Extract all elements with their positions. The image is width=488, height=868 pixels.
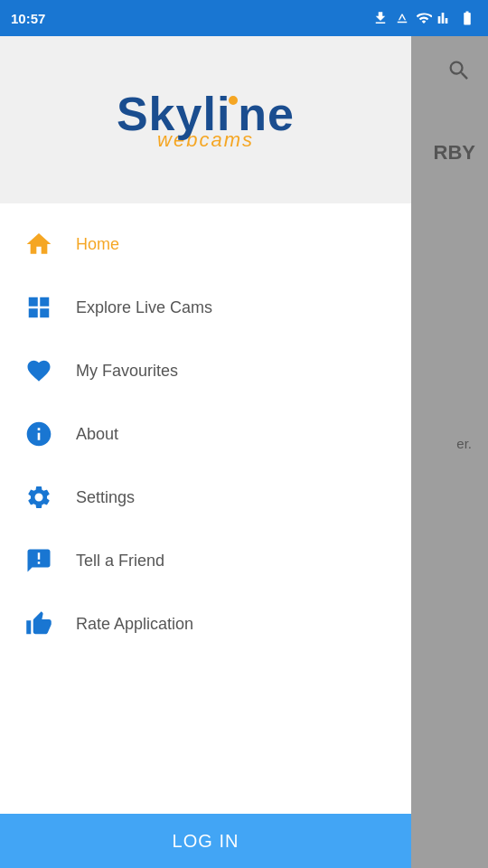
nav-list: Home Explore Live Cams My Favourites Abo… xyxy=(0,203,411,814)
status-icons xyxy=(372,10,477,26)
download-icon xyxy=(372,10,389,26)
nearby-text: RBY xyxy=(434,141,475,165)
thumbsup-icon xyxy=(22,607,56,641)
nav-label-favourites: My Favourites xyxy=(76,362,178,381)
logo-area: Skyline webcams xyxy=(0,36,411,203)
font-icon xyxy=(394,10,410,26)
signal-icon xyxy=(437,10,452,26)
navigation-drawer: Skyline webcams Home Explore Live Cams M… xyxy=(0,36,411,868)
settings-icon xyxy=(22,480,56,514)
wifi-icon xyxy=(416,10,432,26)
heart-icon xyxy=(22,354,56,388)
nav-item-tell-friend[interactable]: Tell a Friend xyxy=(0,529,411,592)
nav-label-explore: Explore Live Cams xyxy=(76,298,212,317)
nav-label-tell-friend: Tell a Friend xyxy=(76,552,164,571)
nav-item-home[interactable]: Home xyxy=(0,212,411,276)
nav-item-about[interactable]: About xyxy=(0,402,411,466)
logo: Skyline webcams xyxy=(117,90,295,150)
info-icon xyxy=(22,417,56,451)
logo-skyline-text: Skyline xyxy=(117,88,295,140)
nav-label-about: About xyxy=(76,425,118,444)
status-bar: 10:57 xyxy=(0,0,488,36)
bottom-text: er. xyxy=(456,436,475,451)
chat-icon xyxy=(22,543,56,578)
battery-icon xyxy=(457,10,477,26)
status-time: 10:57 xyxy=(11,11,45,26)
nav-label-home: Home xyxy=(76,235,119,254)
nav-item-rate[interactable]: Rate Application xyxy=(0,592,411,656)
nav-label-rate: Rate Application xyxy=(76,615,193,634)
logo-dot xyxy=(229,96,238,105)
nav-item-settings[interactable]: Settings xyxy=(0,466,411,529)
search-icon[interactable] xyxy=(443,54,475,87)
nav-label-settings: Settings xyxy=(76,488,135,507)
login-button[interactable]: LOG IN xyxy=(0,814,411,868)
home-icon xyxy=(22,227,56,261)
nav-item-explore[interactable]: Explore Live Cams xyxy=(0,276,411,339)
grid-icon xyxy=(22,290,56,325)
nav-item-favourites[interactable]: My Favourites xyxy=(0,339,411,402)
